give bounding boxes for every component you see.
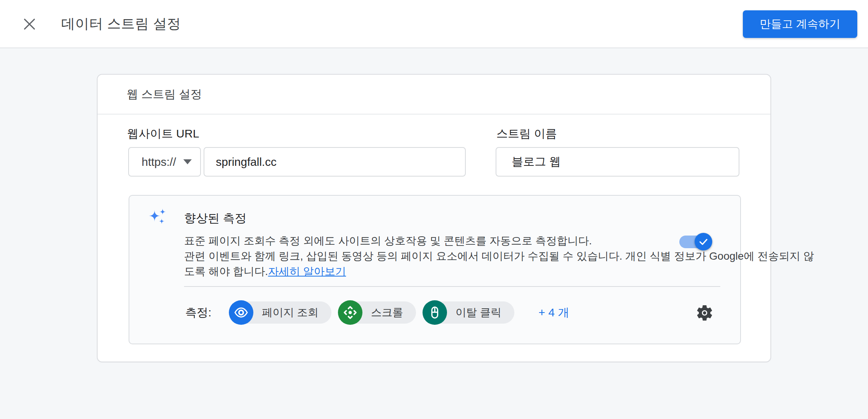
measure-label: 측정: (185, 305, 211, 321)
chevron-down-icon (183, 159, 192, 164)
dialog-header: 데이터 스트림 설정 만들고 계속하기 (0, 0, 868, 48)
website-url-input[interactable] (204, 147, 466, 177)
enhanced-measurement-description: 표준 페이지 조회수 측정 외에도 사이트의 상호작용 및 콘텐츠를 자동으로 … (184, 233, 682, 279)
dialog-title: 데이터 스트림 설정 (61, 15, 181, 33)
enhanced-measurement-title: 향상된 측정 (184, 210, 247, 226)
close-icon (22, 27, 37, 33)
chip-page-view[interactable]: 페이지 조회 (229, 300, 331, 325)
learn-more-link[interactable]: 자세히 알아보기 (268, 265, 346, 277)
stream-name-label: 스트림 이름 (496, 126, 557, 142)
measurement-chips-row: 측정: 페이지 조회 (185, 300, 720, 325)
divider (184, 286, 720, 287)
gear-icon (695, 318, 714, 323)
description-line-3: 도록 해야 합니다.자세히 알아보기 (184, 264, 682, 279)
settings-button[interactable] (695, 304, 714, 323)
web-stream-settings-card: 웹 스트림 설정 웹사이트 URL 스트림 이름 https:// 향상된 측정… (97, 74, 771, 362)
card-title: 웹 스트림 설정 (98, 75, 770, 115)
description-line-2: 관련 이벤트와 함께 링크, 삽입된 동영상 등의 페이지 요소에서 데이터가 … (184, 249, 682, 264)
close-button[interactable] (21, 15, 38, 33)
enhanced-measurement-section: 향상된 측정 표준 페이지 조회수 측정 외에도 사이트의 상호작용 및 콘텐츠… (129, 195, 741, 344)
stream-name-input[interactable] (496, 147, 739, 177)
mouse-icon (423, 300, 447, 325)
more-events-link[interactable]: + 4 개 (538, 305, 569, 321)
description-line-1: 표준 페이지 조회수 측정 외에도 사이트의 상호작용 및 콘텐츠를 자동으로 … (184, 233, 682, 249)
chip-scroll[interactable]: 스크롤 (338, 300, 416, 325)
protocol-select[interactable]: https:// (128, 147, 201, 177)
description-line-3-text: 도록 해야 합니다. (184, 265, 268, 277)
sparkles-icon (147, 206, 168, 228)
enhanced-measurement-toggle[interactable] (679, 233, 710, 250)
toggle-thumb-checked (695, 233, 712, 250)
eye-icon (229, 300, 253, 325)
create-and-continue-button[interactable]: 만들고 계속하기 (743, 10, 857, 38)
chip-label: 페이지 조회 (241, 301, 331, 324)
scroll-icon (338, 300, 362, 325)
protocol-selected-value: https:// (142, 155, 176, 169)
chip-outbound-click[interactable]: 이탈 클릭 (423, 300, 514, 325)
website-url-label: 웹사이트 URL (127, 126, 199, 142)
